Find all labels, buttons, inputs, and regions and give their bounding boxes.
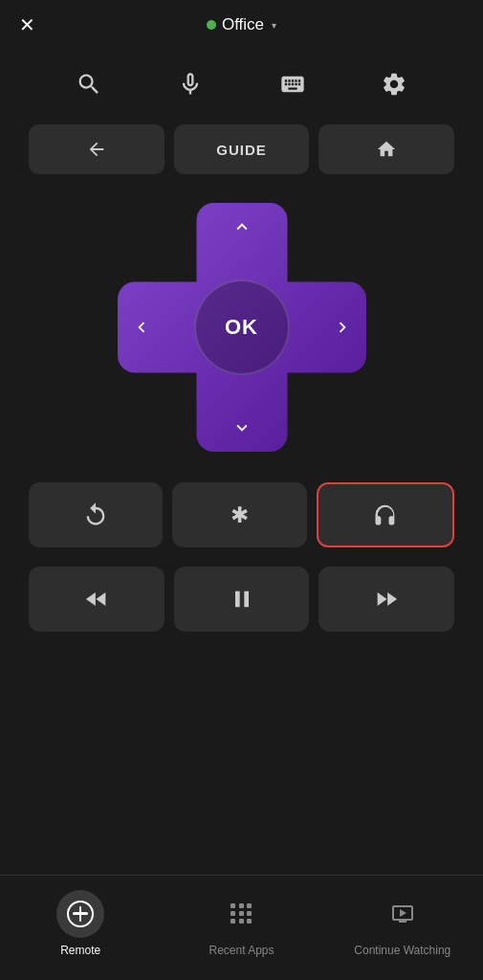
dpad: OK xyxy=(118,203,366,452)
chevron-up-icon xyxy=(231,216,252,237)
home-icon xyxy=(376,139,397,160)
asterisk-icon: ✱ xyxy=(226,501,252,528)
svg-text:✱: ✱ xyxy=(231,502,249,527)
nav-continue-watching[interactable]: Continue Watching xyxy=(322,890,483,957)
play-pause-button[interactable] xyxy=(174,567,310,632)
remote-icon xyxy=(67,901,94,927)
dpad-container: OK xyxy=(0,203,483,452)
play-screen-icon xyxy=(391,902,414,925)
chevron-left-icon xyxy=(131,317,152,338)
rewind-button[interactable] xyxy=(29,567,165,632)
rewind-icon xyxy=(83,586,110,612)
continue-watching-nav-label: Continue Watching xyxy=(354,944,450,957)
keyboard-icon xyxy=(279,71,306,98)
keyboard-button[interactable] xyxy=(272,63,314,105)
dpad-right-button[interactable] xyxy=(332,317,353,338)
home-button[interactable] xyxy=(318,124,454,174)
back-button[interactable] xyxy=(29,124,165,174)
nav-remote[interactable]: Remote xyxy=(0,890,161,957)
recent-apps-nav-label: Recent Apps xyxy=(209,944,274,957)
remote-nav-icon-wrap xyxy=(56,890,104,938)
options-button[interactable]: ✱ xyxy=(172,482,306,547)
grid-icon xyxy=(231,903,252,924)
chevron-down-icon: ▾ xyxy=(272,20,276,31)
headphone-button[interactable] xyxy=(317,482,454,547)
device-selector[interactable]: Office ▾ xyxy=(207,15,276,34)
dpad-left-button[interactable] xyxy=(131,317,152,338)
search-icon xyxy=(76,71,102,98)
continue-watching-icon-wrap xyxy=(379,890,427,938)
microphone-button[interactable] xyxy=(169,63,211,105)
dpad-down-button[interactable] xyxy=(231,417,252,438)
replay-icon xyxy=(82,501,109,528)
play-pause-icon xyxy=(229,586,255,612)
settings-button[interactable] xyxy=(373,63,415,105)
dpad-up-button[interactable] xyxy=(231,216,252,237)
media-buttons-row xyxy=(0,559,483,639)
chevron-right-icon xyxy=(332,317,353,338)
microphone-icon xyxy=(177,71,204,98)
toolbar xyxy=(0,54,483,115)
ok-label: OK xyxy=(225,315,258,340)
back-arrow-icon xyxy=(86,139,107,160)
top-bar: ✕ Office ▾ xyxy=(0,0,483,50)
headphone-icon xyxy=(372,501,399,528)
bottom-nav: Remote Recent Apps Continue Watching xyxy=(0,875,483,980)
close-button[interactable]: ✕ xyxy=(19,13,35,36)
ok-button[interactable]: OK xyxy=(194,279,290,375)
nav-recent-apps[interactable]: Recent Apps xyxy=(161,890,321,957)
nav-buttons-row: GUIDE xyxy=(0,115,483,184)
replay-button[interactable] xyxy=(29,482,163,547)
chevron-down-icon xyxy=(231,417,252,438)
online-status-dot xyxy=(207,20,216,30)
fast-forward-button[interactable] xyxy=(318,567,454,632)
remote-nav-label: Remote xyxy=(60,944,100,957)
guide-button[interactable]: GUIDE xyxy=(174,124,310,174)
recent-apps-icon-wrap xyxy=(217,890,265,938)
action-buttons-row: ✱ xyxy=(0,471,483,559)
settings-icon xyxy=(381,71,407,98)
fast-forward-icon xyxy=(373,586,400,612)
search-button[interactable] xyxy=(68,63,110,105)
device-name-label: Office xyxy=(222,15,264,34)
